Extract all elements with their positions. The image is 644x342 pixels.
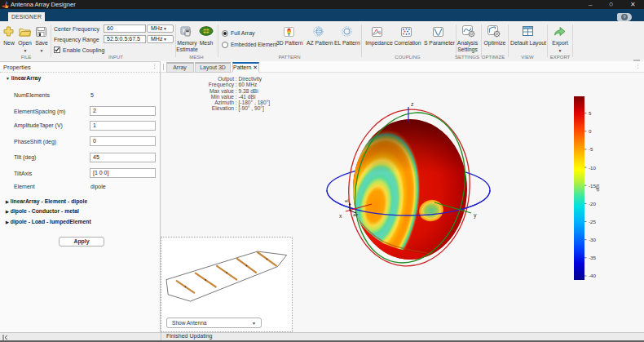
svg-text:0: 0 [589, 128, 592, 134]
svg-text:z: z [411, 101, 414, 107]
svg-text:-25: -25 [589, 219, 597, 224]
svg-text:x: x [339, 213, 342, 219]
svg-text:-30: -30 [589, 237, 597, 242]
svg-text:-35: -35 [589, 255, 597, 260]
svg-text:5: 5 [589, 110, 592, 116]
svg-text:-20: -20 [589, 201, 597, 207]
svg-text:az: az [353, 212, 358, 217]
svg-text:-40: -40 [589, 273, 597, 278]
svg-text:dBi: dBi [594, 184, 600, 192]
svg-text:el: el [345, 198, 349, 203]
svg-text:y: y [474, 212, 477, 219]
svg-text:-5: -5 [589, 146, 593, 152]
svg-text:-10: -10 [589, 165, 597, 171]
